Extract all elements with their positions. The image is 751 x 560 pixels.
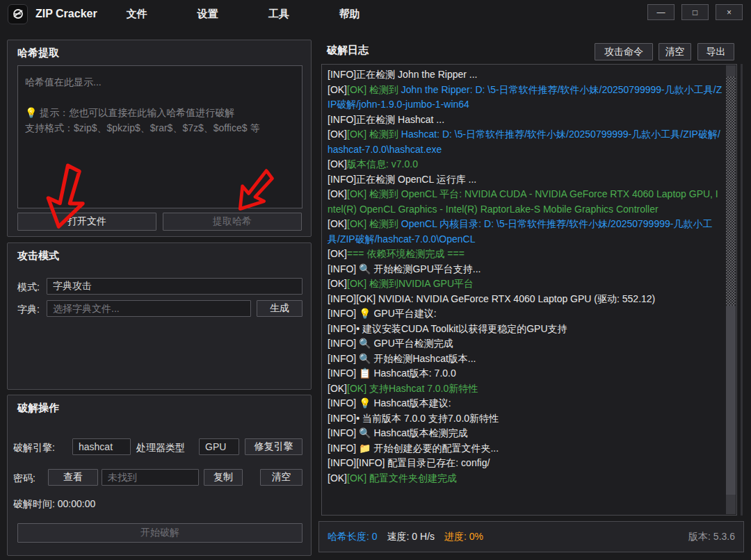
log-line: [INFO]• 建议安装CUDA Toolkit以获得更稳定的GPU支持	[328, 322, 722, 337]
copy-password-button[interactable]: 复制	[204, 469, 243, 486]
hash-input-area[interactable]: 哈希值在此显示... 💡 提示：您也可以直接在此输入哈希值进行破解 支持格式：$…	[17, 65, 302, 208]
menu-tools[interactable]: 工具	[263, 3, 295, 25]
hash-extract-title: 哈希提取	[17, 47, 59, 60]
menu-file[interactable]: 文件	[121, 3, 153, 25]
window-controls: — □ ×	[647, 4, 743, 20]
start-crack-button[interactable]: 开始破解	[17, 523, 302, 543]
minimize-button[interactable]: —	[647, 4, 675, 20]
processor-label: 处理器类型	[136, 442, 185, 454]
log-line: [OK][OK] 检测到 Hashcat: D: \5-日常软件推荐/软件小妹/…	[328, 127, 722, 157]
log-line: [OK][OK] 检测到 OpenCL 内核目录: D: \5-日常软件推荐/软…	[328, 217, 722, 247]
password-field[interactable]	[102, 469, 199, 486]
log-line: [OK]版本信息: v7.0.0	[328, 157, 722, 172]
password-label: 密码:	[13, 472, 35, 485]
close-button[interactable]: ×	[716, 4, 743, 20]
log-line: [OK][OK] 支持Hashcat 7.0.0新特性	[328, 381, 722, 397]
log-line: [OK]=== 依赖环境检测完成 ===	[328, 247, 722, 262]
status-bar: 哈希长度: 0 速度: 0 H/s 进度: 0% 版本: 5.3.6	[318, 521, 744, 552]
scrollbar-thumb[interactable]	[726, 306, 736, 496]
generate-dict-button[interactable]: 生成	[257, 300, 302, 317]
dict-label: 字典:	[17, 304, 40, 316]
log-lines: [INFO]正在检测 John the Ripper ...[OK][OK] 检…	[328, 67, 722, 486]
log-line: [INFO] 💡 GPU平台建议:	[328, 306, 722, 322]
log-line: [INFO][INFO] 配置目录已存在: config/	[328, 456, 722, 471]
attack-command-button[interactable]: 攻击命令	[595, 43, 653, 60]
status-progress: 进度: 0%	[444, 531, 483, 543]
window-edge-divider	[741, 64, 743, 516]
log-box[interactable]: [INFO]正在检测 John the Ripper ...[OK][OK] 检…	[321, 64, 737, 516]
scrollbar-track[interactable]	[726, 76, 736, 306]
engine-select[interactable]	[72, 438, 131, 455]
status-speed: 速度: 0 H/s	[387, 531, 435, 543]
attack-mode-group: 攻击模式 模式: 字典: 生成	[7, 242, 312, 390]
log-line: [OK][OK] 检测到 OpenCL 平台: NVIDIA CUDA - NV…	[328, 187, 722, 217]
hash-placeholder: 哈希值在此显示... 💡 提示：您也可以直接在此输入哈希值进行破解 支持格式：$…	[25, 74, 295, 135]
zip-cracker-window: ZIP Cracker 文件 设置 工具 帮助 — □ × 哈希提取 哈希值在此…	[0, 0, 751, 560]
crack-ops-title: 破解操作	[17, 402, 59, 415]
log-line: [INFO] 🔍 Hashcat版本检测完成	[328, 426, 722, 441]
dict-file-input[interactable]	[47, 300, 251, 317]
export-log-button[interactable]: 导出	[697, 43, 734, 60]
logo-glyph-icon	[12, 8, 24, 20]
log-line: [INFO] 🔍 开始检测GPU平台支持...	[328, 262, 722, 277]
hash-extract-group: 哈希提取 哈希值在此显示... 💡 提示：您也可以直接在此输入哈希值进行破解 支…	[7, 40, 312, 237]
clear-log-button[interactable]: 清空	[659, 43, 691, 60]
menu-settings[interactable]: 设置	[192, 3, 224, 25]
extract-hash-button[interactable]: 提取哈希	[163, 213, 302, 231]
menu-help[interactable]: 帮助	[334, 3, 366, 25]
repair-engine-button[interactable]: 修复引擎	[245, 438, 302, 455]
attack-mode-title: 攻击模式	[17, 249, 59, 263]
log-line: [INFO]正在检测 John the Ripper ...	[328, 67, 722, 83]
crack-time-text: 破解时间: 00:00:00	[13, 498, 95, 511]
log-line: [INFO] 🔍 GPU平台检测完成	[328, 336, 722, 352]
titlebar: ZIP Cracker 文件 设置 工具 帮助 — □ ×	[0, 0, 751, 28]
open-file-button[interactable]: 打开文件	[17, 213, 156, 231]
log-line: [OK][OK] 配置文件夹创建完成	[328, 471, 722, 486]
scrollbar-up-button[interactable]	[726, 65, 736, 76]
maximize-button[interactable]: □	[681, 4, 709, 20]
app-logo-icon	[8, 4, 28, 24]
log-line: [INFO] 📁 开始创建必要的配置文件夹...	[328, 441, 722, 456]
crack-ops-group: 破解操作 破解引擎: 处理器类型 修复引擎 密码: 查看 复制 清空 破解时间:…	[7, 395, 312, 556]
app-title: ZIP Cracker	[35, 8, 97, 20]
log-line: [INFO] 💡 Hashcat版本建议:	[328, 396, 722, 411]
log-line: [INFO] 📋 Hashcat版本: 7.0.0	[328, 366, 722, 381]
status-hash-length: 哈希长度: 0	[328, 531, 378, 543]
status-version: 版本: 5.3.6	[688, 531, 735, 543]
log-title: 破解日志	[327, 44, 369, 57]
log-line: [INFO]正在检测 OpenCL 运行库 ...	[328, 172, 722, 188]
mode-label: 模式:	[17, 281, 40, 294]
log-line: [INFO]• 当前版本 7.0.0 支持7.0.0新特性	[328, 411, 722, 427]
mode-select[interactable]	[47, 278, 302, 295]
clear-password-button[interactable]: 清空	[260, 469, 302, 486]
log-line: [INFO][OK] NVIDIA: NVIDIA GeForce RTX 40…	[328, 292, 722, 307]
processor-select[interactable]	[199, 438, 239, 455]
log-line: [INFO] 🔍 开始检测Hashcat版本...	[328, 352, 722, 367]
engine-label: 破解引擎:	[13, 442, 55, 454]
log-scrollbar[interactable]	[726, 65, 736, 514]
log-line: [OK][OK] 检测到NVIDIA GPU平台	[328, 277, 722, 292]
log-line: [INFO]正在检测 Hashcat ...	[328, 113, 722, 128]
scrollbar-down-button[interactable]	[726, 495, 736, 514]
view-password-button[interactable]: 查看	[48, 469, 98, 486]
log-line: [OK][OK] 检测到 John the Ripper: D: \5-日常软件…	[328, 83, 722, 113]
